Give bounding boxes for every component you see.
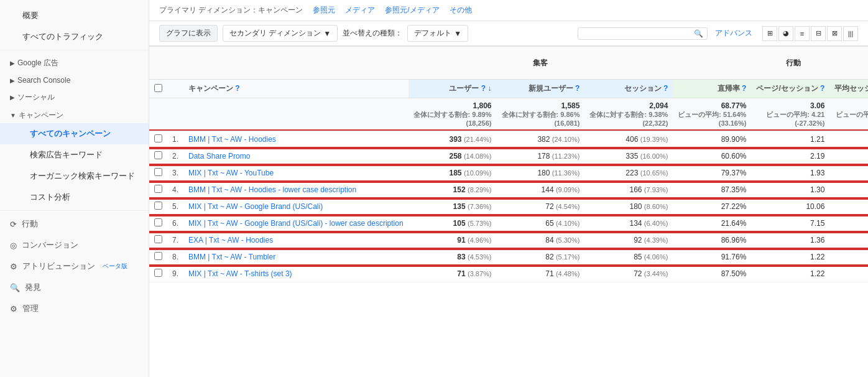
- th-avg-session[interactable]: 平均セッション時間 ?: [829, 80, 868, 98]
- campaign-link[interactable]: BMM | Txt ~ AW - Hoodies: [183, 131, 409, 148]
- sidebar-item-behavior[interactable]: ⟳ 行動: [0, 213, 149, 235]
- th-campaign: [183, 47, 409, 80]
- summary-label: [183, 98, 409, 131]
- chevron-down-icon: ▼: [323, 29, 331, 38]
- sidebar-item-all-traffic[interactable]: すべてのトラフィック: [0, 26, 149, 47]
- th-new-users[interactable]: 新規ユーザー ?: [497, 80, 585, 98]
- row-avg-session: 00:04:43: [829, 215, 868, 232]
- row-checkbox[interactable]: [154, 202, 162, 210]
- sort-label: 並べ替えの種類：: [343, 28, 402, 39]
- view-grid-icon[interactable]: ⊞: [762, 26, 777, 41]
- th-campaign-label[interactable]: キャンペーン ?: [183, 80, 409, 98]
- sidebar-group-social[interactable]: ▶ ソーシャル: [0, 87, 149, 105]
- chevron-right-icon: ▶: [10, 94, 15, 101]
- row-users: 135 (7.36%): [409, 198, 497, 215]
- th-select-all[interactable]: [149, 80, 167, 98]
- sidebar-item-conversions[interactable]: ◎ コンバージョン: [0, 235, 149, 256]
- row-checkbox-cell[interactable]: [149, 182, 167, 198]
- row-new-users: 82 (5.17%): [497, 249, 585, 266]
- table-row: 9. MIX | Txt ~ AW - T-shirts (set 3) 71 …: [149, 266, 868, 282]
- row-checkbox[interactable]: [154, 252, 162, 260]
- campaign-link[interactable]: EXA | Txt ~ AW - Hoodies: [183, 232, 409, 249]
- search-box: 🔍: [578, 27, 708, 40]
- view-bar-icon[interactable]: ≡: [795, 26, 810, 41]
- sort-desc-icon: ↓: [488, 84, 492, 93]
- row-new-users: 72 (4.54%): [497, 198, 585, 215]
- row-checkbox-cell[interactable]: [149, 249, 167, 266]
- help-icon: ?: [575, 84, 579, 93]
- campaign-link[interactable]: MIX | Txt ~ AW - Google Brand (US/Cali) …: [183, 215, 409, 232]
- sidebar-group-google-ads[interactable]: ▶ Google 広告: [0, 53, 149, 71]
- sidebar-item-organic-keywords[interactable]: オーガニック検索キーワード: [0, 165, 149, 187]
- view-pivot-icon[interactable]: ⊠: [827, 26, 842, 41]
- th-users[interactable]: ユーザー ? ↓: [409, 80, 497, 98]
- chevron-right-icon: ▶: [10, 60, 15, 67]
- sort-select-button[interactable]: デフォルト ▼: [407, 25, 468, 42]
- campaign-link[interactable]: BMM | Txt ~ AW - Hoodies - lower case de…: [183, 182, 409, 198]
- sidebar-item-attribution[interactable]: ⚙ アトリビューション ベータ版: [0, 256, 149, 277]
- view-pie-icon[interactable]: ◕: [778, 26, 793, 41]
- primary-dim-label: プライマリ ディメンション：キャンペーン: [159, 5, 303, 16]
- row-checkbox[interactable]: [154, 269, 162, 277]
- row-sessions: 72 (3.44%): [584, 266, 673, 282]
- campaign-link[interactable]: Data Share Promo: [183, 148, 409, 165]
- row-checkbox-cell[interactable]: [149, 198, 167, 215]
- row-bounce-rate: 21.64%: [673, 215, 751, 232]
- row-num: 3.: [167, 165, 183, 182]
- th-num: [167, 47, 183, 80]
- sidebar-item-all-campaigns[interactable]: すべてのキャンペーン: [0, 123, 149, 144]
- campaign-link[interactable]: MIX | Txt ~ AW - Google Brand (US/Cali): [183, 198, 409, 215]
- sidebar-item-search-keywords[interactable]: 検索広告キーワード: [0, 144, 149, 165]
- campaign-link[interactable]: BMM | Txt ~ AW - Tumbler: [183, 249, 409, 266]
- row-checkbox[interactable]: [154, 185, 162, 193]
- row-checkbox-cell[interactable]: [149, 131, 167, 148]
- view-compare-icon[interactable]: ⊟: [811, 26, 826, 41]
- row-checkbox[interactable]: [154, 218, 162, 226]
- search-input[interactable]: [582, 29, 694, 38]
- campaign-link[interactable]: MIX | Txt ~ AW - T-shirts (set 3): [183, 266, 409, 282]
- sidebar-item-admin[interactable]: ⚙ 管理: [0, 298, 149, 319]
- sidebar-item-cost-analysis[interactable]: コスト分析: [0, 187, 149, 208]
- advance-link[interactable]: アドバンス: [715, 28, 752, 39]
- sidebar-group-search-console[interactable]: ▶ Search Console: [0, 71, 149, 87]
- th-acquisition-section: 集客: [409, 47, 673, 80]
- row-checkbox[interactable]: [154, 151, 162, 159]
- sidebar-item-overview[interactable]: 概要: [0, 5, 149, 26]
- campaign-link[interactable]: MIX | Txt ~ AW - YouTube: [183, 165, 409, 182]
- summary-checkbox-cell: [149, 98, 167, 131]
- row-avg-session: 00:02:10: [829, 148, 868, 165]
- help-icon: ?: [481, 84, 486, 93]
- help-icon: ?: [820, 84, 824, 93]
- th-sessions[interactable]: セッション ?: [584, 80, 673, 98]
- row-checkbox[interactable]: [154, 168, 162, 176]
- dim-link-medium[interactable]: メディア: [345, 5, 375, 16]
- view-lifetime-icon[interactable]: |||: [843, 26, 858, 41]
- secondary-dim-button[interactable]: セカンダリ ディメンション ▼: [223, 25, 338, 42]
- dim-link-source-medium[interactable]: 参照元/メディア: [385, 5, 439, 16]
- row-checkbox-cell[interactable]: [149, 165, 167, 182]
- sidebar-group-campaign[interactable]: ▼ キャンペーン: [0, 105, 149, 123]
- th-bounce-rate[interactable]: 直帰率 ?: [673, 80, 751, 98]
- graph-toggle-button[interactable]: グラフに表示: [159, 25, 218, 42]
- row-num: 1.: [167, 131, 183, 148]
- row-checkbox[interactable]: [154, 235, 162, 243]
- row-pages: 1.93: [751, 165, 829, 182]
- sidebar-item-discover[interactable]: 🔍 発見: [0, 277, 149, 298]
- row-pages: 2.19: [751, 148, 829, 165]
- row-new-users: 178 (11.23%): [497, 148, 585, 165]
- row-bounce-rate: 91.76%: [673, 249, 751, 266]
- summary-num: [167, 98, 183, 131]
- select-all-checkbox[interactable]: [154, 84, 162, 92]
- row-checkbox-cell[interactable]: [149, 232, 167, 249]
- table-row: 4. BMM | Txt ~ AW - Hoodies - lower case…: [149, 182, 868, 198]
- row-checkbox-cell[interactable]: [149, 148, 167, 165]
- row-checkbox-cell[interactable]: [149, 266, 167, 282]
- dim-link-other[interactable]: その他: [450, 5, 472, 16]
- th-pages-per-session[interactable]: ページ/セッション ?: [751, 80, 829, 98]
- row-num: 7.: [167, 232, 183, 249]
- dim-link-referral[interactable]: 参照元: [313, 5, 335, 16]
- row-checkbox[interactable]: [154, 134, 162, 142]
- row-checkbox-cell[interactable]: [149, 215, 167, 232]
- row-users: 393 (21.44%): [409, 131, 497, 148]
- search-icon[interactable]: 🔍: [694, 29, 703, 38]
